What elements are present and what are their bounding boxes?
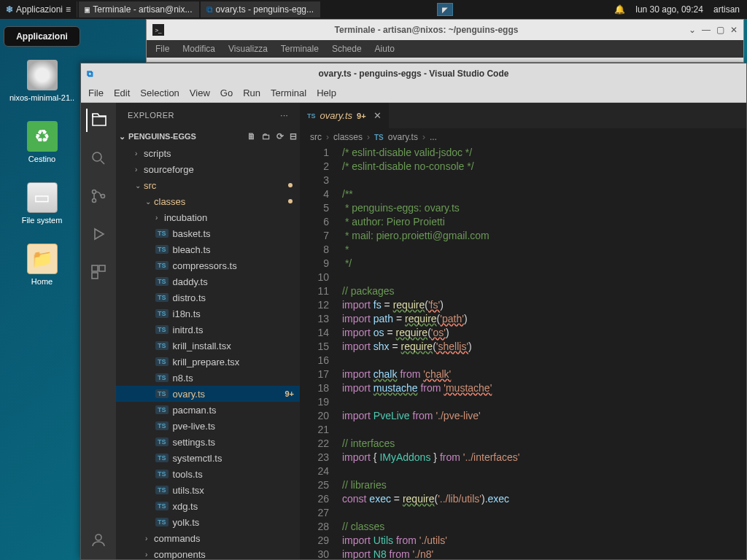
window-fullscreen-icon[interactable]: ▢ <box>716 25 724 35</box>
activity-run-debug[interactable] <box>87 222 110 246</box>
vscode-menu-selection[interactable]: Selection <box>140 88 179 98</box>
new-folder-icon[interactable]: 🗀 <box>262 131 271 141</box>
desktop-icon-home[interactable]: 📁Home <box>4 244 80 286</box>
file-pacman-ts[interactable]: TSpacman.ts <box>116 402 300 418</box>
file-compressors-ts[interactable]: TScompressors.ts <box>116 257 300 273</box>
apps-menu-button[interactable]: Applicazioni <box>4 26 80 47</box>
typescript-icon: TS <box>155 309 169 318</box>
folder-components[interactable]: ›components <box>116 546 300 559</box>
collapse-icon[interactable]: ⊟ <box>290 131 297 141</box>
file-pve-live-ts[interactable]: TSpve-live.ts <box>116 418 300 434</box>
folder-commands[interactable]: ›commands <box>116 530 300 546</box>
file-utils-tsx[interactable]: TSutils.tsx <box>116 482 300 498</box>
code-editor[interactable]: 1234567891011121314151617181920212223242… <box>300 146 746 559</box>
tab-close-icon[interactable]: ✕ <box>374 110 382 121</box>
terminal-title: Terminale - artisan@nixos: ~/penguins-eg… <box>164 25 689 35</box>
panel-clock[interactable]: lun 30 ago, 09:24 <box>635 4 703 15</box>
file-ovary-ts[interactable]: TSovary.ts9+ <box>116 386 300 402</box>
activity-source-control[interactable] <box>87 184 110 208</box>
file-n8-ts[interactable]: TSn8.ts <box>116 370 300 386</box>
tree-item-label: sourceforge <box>144 164 194 175</box>
folder-classes[interactable]: ⌄classes <box>116 193 300 209</box>
typescript-icon: TS <box>155 373 169 382</box>
tree-item-label: krill_install.tsx <box>173 341 231 351</box>
folder-scripts[interactable]: ›scripts <box>116 145 300 161</box>
file-distro-ts[interactable]: TSdistro.ts <box>116 289 300 306</box>
file-initrd-ts[interactable]: TSinitrd.ts <box>116 322 300 338</box>
tree-item-label: pve-live.ts <box>173 421 216 432</box>
file-xdg-ts[interactable]: TSxdg.ts <box>116 498 300 514</box>
terminal-menu-modifica[interactable]: Modifica <box>182 44 215 54</box>
terminal-window[interactable]: >_ Terminale - artisan@nixos: ~/penguins… <box>146 19 744 63</box>
desktop: Applicazioni nixos-minimal-21..♻Cestino▭… <box>0 19 84 312</box>
file-krill_prepare-tsx[interactable]: TSkrill_prepare.tsx <box>116 354 300 370</box>
new-file-icon[interactable]: 🗎 <box>247 131 256 141</box>
terminal-menu-visualizza[interactable]: Visualizza <box>228 44 268 54</box>
tree-item-label: basket.ts <box>173 228 211 239</box>
tree-item-label: bleach.ts <box>173 244 211 255</box>
file-yolk-ts[interactable]: TSyolk.ts <box>116 514 300 530</box>
breadcrumb-segment[interactable]: src <box>310 132 322 142</box>
typescript-icon: TS <box>155 502 169 510</box>
notification-bell-icon[interactable]: 🔔 <box>614 4 625 15</box>
breadcrumb-segment[interactable]: ovary.ts <box>388 132 418 142</box>
file-settings-ts[interactable]: TSsettings.ts <box>116 434 300 450</box>
breadcrumb[interactable]: src›classes›TS ovary.ts›... <box>300 128 746 146</box>
vscode-menu-view[interactable]: View <box>190 88 210 98</box>
window-close-icon[interactable]: ✕ <box>730 25 738 35</box>
file-bleach-ts[interactable]: TSbleach.ts <box>116 241 300 257</box>
window-maximize-icon[interactable]: — <box>702 25 711 35</box>
taskbar-terminal[interactable]: ▣ Terminale - artisan@nix... <box>79 1 198 18</box>
vscode-window: ⧉ ovary.ts - penguins-eggs - Visual Stud… <box>80 63 747 560</box>
svg-point-7 <box>96 534 101 540</box>
taskbar-vscode[interactable]: ⧉ ovary.ts - penguins-egg... <box>201 1 321 18</box>
folder-sourceforge[interactable]: ›sourceforge <box>116 161 300 177</box>
vscode-menu-terminal[interactable]: Terminal <box>271 88 306 98</box>
editor-tab-ovary[interactable]: TS ovary.ts 9+ ✕ <box>300 103 390 128</box>
typescript-icon: TS <box>155 470 169 478</box>
chevron-icon: › <box>135 166 144 174</box>
file-krill_install-tsx[interactable]: TSkrill_install.tsx <box>116 338 300 354</box>
terminal-menu-terminale[interactable]: Terminale <box>281 44 319 54</box>
refresh-icon[interactable]: ⟳ <box>276 131 284 141</box>
vscode-menu-run[interactable]: Run <box>243 88 260 98</box>
activity-extensions[interactable] <box>87 260 110 284</box>
vscode-icon: ⧉ <box>206 4 213 15</box>
activity-bar <box>81 103 116 559</box>
typescript-icon: TS <box>307 112 316 120</box>
file-systemctl-ts[interactable]: TSsystemctl.ts <box>116 450 300 466</box>
terminal-menu-aiuto[interactable]: Aiuto <box>375 44 395 54</box>
folder-src[interactable]: ⌄src <box>116 177 300 193</box>
explorer-more-icon[interactable]: ··· <box>280 111 288 120</box>
file-tools-ts[interactable]: TStools.ts <box>116 466 300 482</box>
desktop-icon-disc[interactable]: nixos-minimal-21.. <box>4 60 80 102</box>
terminal-app-icon: >_ <box>152 24 164 36</box>
vscode-menu-edit[interactable]: Edit <box>114 88 130 98</box>
window-minimize-icon[interactable]: ⌄ <box>689 25 696 35</box>
panel-apps-button[interactable]: ❄ Applicazioni ≡ <box>0 1 77 18</box>
terminal-icon: ▣ <box>85 4 90 15</box>
terminal-menu-schede[interactable]: Schede <box>332 44 362 54</box>
vscode-menu-help[interactable]: Help <box>317 88 336 98</box>
breadcrumb-segment[interactable]: ... <box>430 132 437 142</box>
tree-item-label: xdg.ts <box>173 501 198 512</box>
activity-explorer[interactable] <box>86 109 109 132</box>
workspace-root[interactable]: ⌄ PENGUINS-EGGS 🗎 🗀 ⟳ ⊟ <box>116 128 300 145</box>
breadcrumb-segment[interactable]: classes <box>333 132 363 142</box>
file-i18n-ts[interactable]: TSi18n.ts <box>116 306 300 322</box>
desktop-icon-fs[interactable]: ▭File system <box>4 182 80 225</box>
file-daddy-ts[interactable]: TSdaddy.ts <box>116 273 300 289</box>
panel-user[interactable]: artisan <box>713 4 740 15</box>
vscode-titlebar[interactable]: ⧉ ovary.ts - penguins-eggs - Visual Stud… <box>81 63 746 84</box>
typescript-icon: TS <box>155 421 169 430</box>
vscode-menu-file[interactable]: File <box>88 88 104 98</box>
terminal-menu-file[interactable]: File <box>155 44 169 54</box>
file-basket-ts[interactable]: TSbasket.ts <box>116 225 300 241</box>
folder-incubation[interactable]: ›incubation <box>116 209 300 225</box>
desktop-icon-trash[interactable]: ♻Cestino <box>4 121 80 163</box>
vscode-menu-go[interactable]: Go <box>220 88 233 98</box>
tree-item-label: i18n.ts <box>173 308 201 319</box>
activity-accounts[interactable] <box>87 529 110 552</box>
tray-widget[interactable]: ◤ <box>437 3 453 16</box>
activity-search[interactable] <box>87 147 110 170</box>
